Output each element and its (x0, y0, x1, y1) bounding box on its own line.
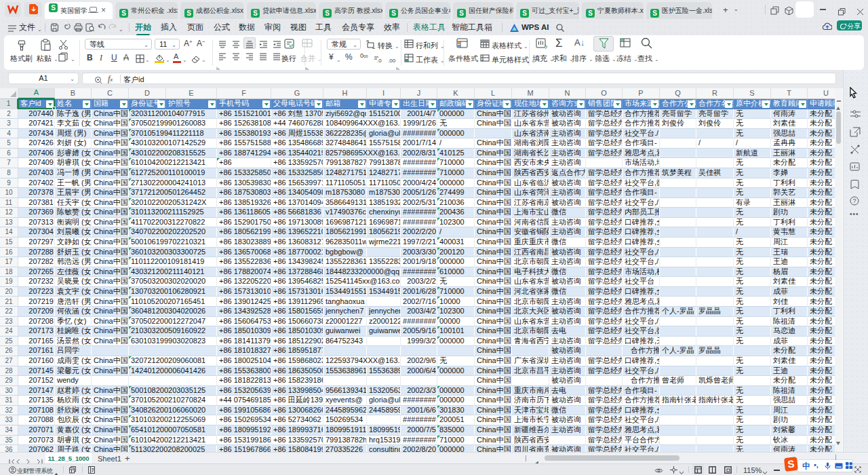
svg-text:.00: .00 (388, 58, 396, 63)
svg-text:?: ? (853, 197, 856, 204)
svg-text:.0: .0 (377, 58, 382, 63)
